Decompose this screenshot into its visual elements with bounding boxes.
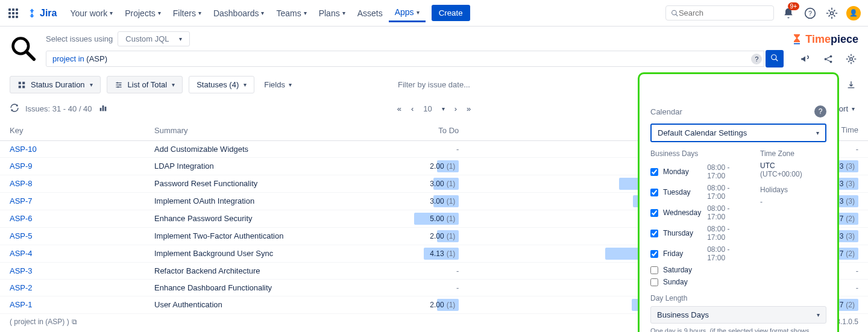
jql-keyword: project in xyxy=(52,54,84,63)
footer-query: ( project in (ASP) ) xyxy=(10,318,69,326)
chevron-down-icon[interactable]: ▾ xyxy=(442,105,445,112)
create-button[interactable]: Create xyxy=(432,5,470,21)
global-search[interactable] xyxy=(665,5,774,20)
day-name: Thursday xyxy=(663,229,702,237)
nav-assets[interactable]: Assets xyxy=(351,4,389,22)
daylen-select[interactable]: Business Days ▾ xyxy=(650,306,826,324)
day-checkbox[interactable] xyxy=(650,230,658,237)
notifications-icon[interactable]: 9+ xyxy=(781,6,796,20)
day-time: 08:00 - 17:00 xyxy=(707,204,748,221)
svg-rect-32 xyxy=(102,105,104,111)
list-total-label: List of Total xyxy=(128,80,168,89)
nav-teams[interactable]: Teams ▾ xyxy=(270,4,312,22)
col-todo[interactable]: To Do xyxy=(326,121,468,140)
nav-plans[interactable]: Plans ▾ xyxy=(313,4,351,22)
daylen-value: Business Days xyxy=(657,310,709,319)
svg-rect-15 xyxy=(19,81,21,84)
issue-summary: Enhance Dashboard Functionality xyxy=(145,279,326,296)
issue-key[interactable]: ASP-10 xyxy=(10,145,37,154)
day-monday: Monday08:00 - 17:00 xyxy=(650,161,748,182)
settings-icon[interactable] xyxy=(825,6,839,20)
svg-point-10 xyxy=(830,55,832,57)
external-link-icon[interactable]: ⧉ xyxy=(72,318,77,326)
fields-link[interactable]: Fields ▾ xyxy=(260,77,295,93)
nav-filters[interactable]: Filters ▾ xyxy=(167,4,207,22)
day-time: 08:00 - 17:00 xyxy=(707,163,748,180)
first-page-icon[interactable]: « xyxy=(397,104,401,113)
fields-label: Fields xyxy=(264,80,285,89)
prev-page-icon[interactable]: ‹ xyxy=(411,104,414,113)
svg-rect-17 xyxy=(19,86,21,88)
svg-rect-33 xyxy=(104,107,106,111)
col-summary[interactable]: Summary xyxy=(145,121,326,140)
day-checkbox[interactable] xyxy=(650,189,658,196)
jql-mode-select[interactable]: Custom JQL ▾ xyxy=(118,31,189,46)
nav-projects[interactable]: Projects ▾ xyxy=(119,4,167,22)
day-checkbox[interactable] xyxy=(650,278,658,286)
issue-summary: Password Reset Functionality xyxy=(145,175,326,192)
daylen-hint: One day is 9 hours, (if the selected vie… xyxy=(650,327,826,330)
jql-input[interactable]: project in (ASP) xyxy=(46,51,764,67)
refresh-icon[interactable] xyxy=(10,103,19,114)
day-checkbox[interactable] xyxy=(650,250,658,258)
status-duration-pill[interactable]: Status Duration ▾ xyxy=(10,76,101,93)
day-time: 08:00 - 17:00 xyxy=(707,245,748,262)
svg-rect-31 xyxy=(99,108,101,111)
calendar-select[interactable]: Default Calendar Settings ▾ xyxy=(650,124,826,142)
day-checkbox[interactable] xyxy=(650,209,658,217)
issue-key[interactable]: ASP-1 xyxy=(10,300,33,309)
share-icon[interactable] xyxy=(821,52,835,66)
topbar: Jira Your work ▾Projects ▾Filters ▾Dashb… xyxy=(0,0,868,27)
holidays-value: - xyxy=(760,198,826,206)
svg-rect-16 xyxy=(22,81,25,84)
search-input[interactable] xyxy=(679,8,769,17)
tz-offset: (UTC+00:00) xyxy=(760,170,826,178)
issue-key[interactable]: ASP-9 xyxy=(10,161,33,171)
issue-key[interactable]: ASP-3 xyxy=(10,266,33,275)
toolbar: Select issues using Custom JQL ▾ project… xyxy=(0,27,868,72)
last-page-icon[interactable]: » xyxy=(467,104,471,113)
issue-key[interactable]: ASP-7 xyxy=(10,196,33,205)
grid-icon xyxy=(17,81,26,89)
app-switcher-icon[interactable] xyxy=(7,7,19,19)
nav-your-work[interactable]: Your work ▾ xyxy=(64,4,119,22)
statuses-pill[interactable]: Statuses (4) ▾ xyxy=(189,76,254,93)
topbar-right: 9+ ? 👤 xyxy=(665,5,861,20)
filter-date-hint[interactable]: Filter by issue date... xyxy=(398,80,470,89)
help-icon[interactable]: ? xyxy=(803,6,817,20)
product-name: Jira xyxy=(40,8,57,19)
day-checkbox[interactable] xyxy=(650,168,658,176)
cal-help-icon[interactable]: ? xyxy=(814,105,826,117)
big-search-icon xyxy=(10,35,39,64)
gear-icon[interactable] xyxy=(844,52,858,66)
calendar-popup: Calendar ? Default Calendar Settings ▾ B… xyxy=(638,72,839,330)
biz-days-label: Business Days xyxy=(650,149,748,158)
issue-key[interactable]: ASP-6 xyxy=(10,214,33,223)
page-size[interactable]: 10 xyxy=(423,104,432,113)
megaphone-icon[interactable] xyxy=(798,52,813,66)
next-page-icon[interactable]: › xyxy=(454,104,457,113)
issue-key[interactable]: ASP-4 xyxy=(10,249,33,258)
list-total-pill[interactable]: List of Total ▾ xyxy=(107,76,183,93)
jql-help-icon[interactable]: ? xyxy=(751,54,762,64)
jql-search-button[interactable] xyxy=(766,50,784,67)
nav-apps[interactable]: Apps ▾ xyxy=(389,4,426,22)
daylen-label: Day Length xyxy=(650,294,826,302)
day-sunday: Sunday xyxy=(650,276,748,288)
issue-summary: Implement Two-Factor Authentication xyxy=(145,227,326,245)
nav-dashboards[interactable]: Dashboards ▾ xyxy=(207,4,271,22)
issue-key[interactable]: ASP-5 xyxy=(10,231,33,240)
chart-icon[interactable] xyxy=(98,103,108,114)
svg-line-12 xyxy=(826,57,830,58)
export-icon[interactable] xyxy=(844,78,858,92)
issue-key[interactable]: ASP-2 xyxy=(10,283,33,292)
issue-summary: Refactor Backend Architecture xyxy=(145,262,326,279)
jql-mode-value: Custom JQL xyxy=(125,34,169,43)
day-checkbox[interactable] xyxy=(650,266,658,274)
jira-logo[interactable]: Jira xyxy=(27,8,57,19)
issue-key[interactable]: ASP-8 xyxy=(10,179,33,188)
col-key[interactable]: Key xyxy=(0,121,145,140)
notif-badge: 9+ xyxy=(788,2,799,10)
select-issues-label: Select issues using xyxy=(46,34,113,43)
avatar[interactable]: 👤 xyxy=(846,6,861,20)
